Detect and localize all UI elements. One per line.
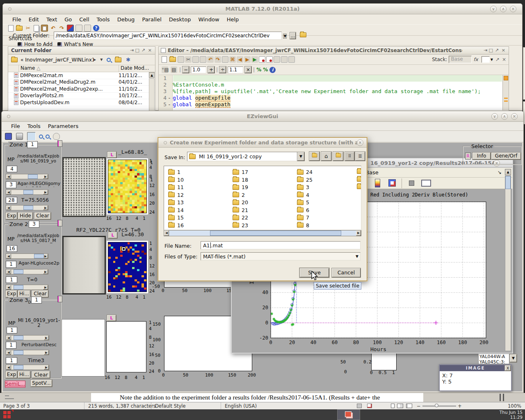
scroll-left-icon[interactable]: ◀ <box>164 231 169 236</box>
menu-tools[interactable]: Tools <box>93 15 114 24</box>
undock-icon[interactable]: ↗ <box>142 48 145 53</box>
menu-go[interactable]: Go <box>61 15 75 24</box>
breakpoint-clear-icon[interactable] <box>266 56 273 63</box>
folder-item[interactable]: 1 <box>168 169 180 175</box>
find-icon[interactable]: ⌘ <box>229 56 236 63</box>
combo-dropdown-icon[interactable]: ▼ <box>297 152 304 161</box>
folder-scrollbar[interactable] <box>149 78 155 111</box>
save-in-combo[interactable]: MI 16_0919_yor1-2 copy ▼ <box>187 152 305 161</box>
folder-item[interactable]: 25 <box>297 177 313 183</box>
open-icon[interactable] <box>169 57 176 62</box>
file-name-input[interactable]: A1 .mat <box>201 241 361 249</box>
copy-icon[interactable] <box>192 56 199 63</box>
folder-item[interactable]: 4 <box>297 192 309 198</box>
folder-item[interactable]: 6 <box>297 207 309 213</box>
results-scrollbar[interactable] <box>505 176 511 351</box>
folder-item[interactable]: 5 <box>297 199 309 205</box>
mlint-mark[interactable] <box>504 98 508 99</box>
undo-icon[interactable]: ↶ <box>207 56 214 63</box>
browse-folder-button[interactable]: ... <box>290 32 295 39</box>
folder-list-scrollbar[interactable]: ◀ ▶ <box>164 230 361 236</box>
word-count[interactable]: 215 words, 1,387 characters <box>88 403 156 409</box>
multiply-button[interactable]: × <box>245 66 251 73</box>
zoom-slider-thumb[interactable] <box>435 404 438 407</box>
scrollbar-thumb[interactable] <box>210 231 341 236</box>
search-icon[interactable] <box>107 58 111 62</box>
folder-item[interactable]: 7 <box>297 215 309 221</box>
zoom-out-icon[interactable] <box>46 135 50 139</box>
table-row[interactable]: DMPexcel2mat_MediaDrug2.m04/01/2... <box>8 79 155 86</box>
ezview-titlebar[interactable]: EZviewGui ∨ ∧ × <box>2 111 523 122</box>
scroll-up-icon[interactable]: ▲ <box>149 72 155 78</box>
window-menu-icon[interactable] <box>8 7 11 11</box>
print-icon[interactable] <box>16 133 23 140</box>
code-area[interactable]: 1 2%EstartConsole.m 3%[file,path] = uipu… <box>159 75 509 110</box>
folder-item[interactable]: 16 <box>168 222 184 228</box>
files-of-type-combo[interactable]: MAT-files (*.mat) ▼ <box>201 252 361 260</box>
scroll-up-icon[interactable]: ▲ <box>505 169 511 175</box>
close-button[interactable]: × <box>357 139 363 146</box>
file-name[interactable]: DMPexcel2mat.m <box>18 73 115 78</box>
window-menu-icon[interactable] <box>7 115 10 118</box>
maximize-panel-icon[interactable]: □ <box>489 48 493 53</box>
menu-cell[interactable]: Cell <box>75 15 93 24</box>
close-panel-icon[interactable]: × <box>148 48 152 53</box>
menu-parallel[interactable]: Parallel <box>138 15 165 24</box>
maximize-panel-icon[interactable]: □ <box>135 48 139 53</box>
selection-mode-icon[interactable] <box>357 404 362 408</box>
menu-text[interactable]: Text <box>43 15 61 24</box>
guide-icon[interactable] <box>75 25 82 32</box>
folder-item[interactable]: 2 <box>233 192 245 198</box>
book-view-icon[interactable] <box>406 404 412 408</box>
undock-icon[interactable]: ↗ <box>495 57 500 62</box>
menu-window[interactable]: Window <box>194 15 223 24</box>
new-icon[interactable] <box>162 56 167 63</box>
percent-remove-icon[interactable]: % <box>263 67 268 73</box>
new-folder-button[interactable] <box>333 152 343 161</box>
minimize-button[interactable]: ∨ <box>490 6 497 12</box>
fx-icon[interactable]: fx <box>473 57 478 62</box>
edit-plot-icon[interactable] <box>27 132 36 141</box>
editor-scrollbar[interactable] <box>502 75 509 110</box>
type-column[interactable] <box>8 65 19 72</box>
pan-hand-icon[interactable] <box>53 133 60 140</box>
tab-command-history[interactable]: Command History <box>523 47 525 100</box>
step-in-icon[interactable] <box>281 56 288 63</box>
redo-icon[interactable]: ↷ <box>215 56 221 63</box>
multi-page-icon[interactable] <box>397 404 403 408</box>
combo-dropdown-icon[interactable]: ▼ <box>356 254 358 258</box>
paste-icon[interactable] <box>41 25 48 32</box>
menu-desktop[interactable]: Desktop <box>165 15 195 24</box>
up-one-level-button[interactable] <box>309 152 320 161</box>
page-count[interactable]: Page 3 of 3 <box>3 403 30 409</box>
mlint-mark[interactable] <box>504 100 508 102</box>
folder-item[interactable]: 3 <box>297 184 309 190</box>
paste-icon[interactable] <box>200 56 206 63</box>
selector-gene-button[interactable]: Gene/Orf <box>491 153 521 160</box>
open-icon[interactable] <box>16 26 23 31</box>
folder-item[interactable]: 14 <box>168 207 184 213</box>
folder-item[interactable]: 19 <box>233 184 248 190</box>
folder-item[interactable]: 22 <box>233 215 248 221</box>
info-icon[interactable]: i <box>269 67 276 73</box>
save-icon[interactable] <box>178 56 184 63</box>
save-icon[interactable] <box>5 133 12 140</box>
gear-icon[interactable]: ✱ <box>126 57 130 63</box>
folder-item[interactable]: 24 <box>297 169 313 175</box>
minimize-button[interactable]: ∨ <box>491 113 498 120</box>
close-button[interactable]: × <box>511 113 518 120</box>
image-titlebar[interactable]: IMAGE X <box>440 365 511 371</box>
selector-r-button[interactable]: R <box>465 153 471 160</box>
run-icon[interactable]: ▶ <box>251 56 258 63</box>
address-expand-icon[interactable]: ▶ <box>94 58 96 62</box>
clock[interactable]: Thu Jun 15 11:29 <box>500 410 523 420</box>
forward-icon[interactable]: ▶ <box>244 56 251 63</box>
home-button[interactable]: ⌂ <box>321 152 331 161</box>
file-name[interactable]: DMPexcel2mat_MediaDrug2exp... <box>18 86 115 92</box>
list-item[interactable]: YAL045C:3: <box>479 359 509 364</box>
divide-button[interactable]: ÷ <box>219 66 226 73</box>
grid-view-button[interactable]: ⠿ <box>345 152 354 161</box>
layout-icon[interactable] <box>388 179 396 187</box>
folder-item[interactable]: 18 <box>233 177 248 183</box>
percent-add-icon[interactable]: % <box>256 67 261 73</box>
